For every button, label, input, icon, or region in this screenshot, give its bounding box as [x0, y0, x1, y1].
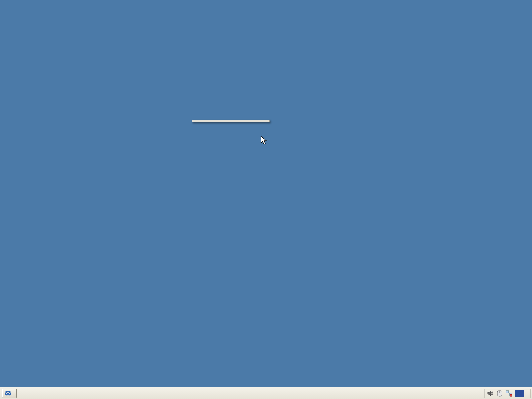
- taskbar: [0, 387, 532, 399]
- cursor-pointer-icon: [261, 136, 267, 145]
- desktop[interactable]: [0, 0, 532, 387]
- language-indicator[interactable]: [515, 390, 524, 397]
- reactos-logo-icon: [4, 390, 12, 396]
- volume-icon[interactable]: [487, 390, 494, 397]
- network-tray-icon[interactable]: [505, 390, 513, 397]
- system-tray: [484, 389, 531, 398]
- svg-point-2: [7, 392, 9, 394]
- svg-rect-4: [506, 391, 509, 393]
- start-button[interactable]: [2, 389, 17, 398]
- mouse-icon[interactable]: [496, 390, 503, 397]
- context-menu: [192, 120, 270, 122]
